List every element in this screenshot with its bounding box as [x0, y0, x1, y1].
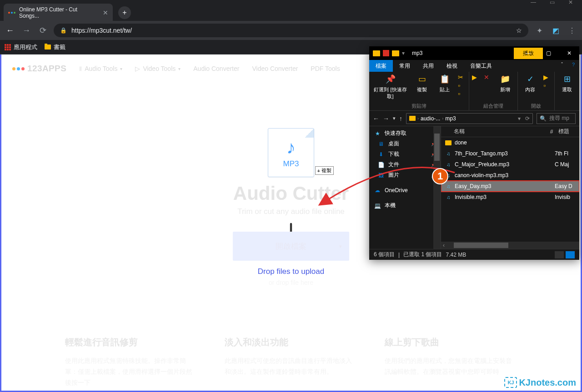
- minimize-button[interactable]: —: [518, 46, 538, 60]
- file-title: 7th Fl: [555, 150, 576, 157]
- file-name: C_Major_Prelude.mp3: [455, 161, 552, 168]
- file-row[interactable]: done: [441, 137, 579, 148]
- watermark: KJ KJnotes.com: [504, 377, 576, 388]
- explorer-ribbon-tabs: 檔案 常用 共用 檢視 音樂工具 ˆ ?: [369, 60, 579, 72]
- mp3-file-icon: ♪ MP3 複製: [268, 128, 314, 177]
- close-button[interactable]: ✕: [559, 46, 579, 60]
- open-button[interactable]: ▶▫: [543, 74, 552, 89]
- nav-video-tools[interactable]: ▷Video Tools▾: [135, 65, 181, 72]
- audio-file-icon: ♫: [445, 183, 452, 190]
- new-folder-button[interactable]: 📁新增: [496, 74, 515, 93]
- extensions-icon[interactable]: ✦: [534, 25, 545, 36]
- folder-icon: [373, 50, 380, 56]
- new-tab-button[interactable]: +: [118, 6, 131, 19]
- history-button[interactable]: ▾: [393, 115, 396, 121]
- file-row[interactable]: ♫7th_Floor_Tango.mp37th Fl: [441, 148, 579, 159]
- star-icon[interactable]: ☆: [516, 27, 522, 34]
- back-button[interactable]: ←: [5, 26, 15, 35]
- browser-tab-active[interactable]: Online MP3 Cutter - Cut Songs... ✕: [4, 4, 113, 22]
- computer-icon: 💻: [374, 203, 381, 209]
- sidebar-quick-access[interactable]: ★快速存取: [369, 128, 441, 139]
- nav-audio-tools[interactable]: ⫴Audio Tools▾: [79, 65, 122, 73]
- horizontal-scrollbar[interactable]: ‹: [441, 242, 579, 249]
- move-button[interactable]: ▶: [472, 74, 480, 81]
- extension-badge-icon[interactable]: ◩: [550, 25, 561, 36]
- pin-to-quick-access-button[interactable]: 📌釘選到 [快速存取]: [372, 74, 409, 100]
- explorer-title: mp3: [412, 50, 422, 56]
- file-name: done: [455, 139, 552, 146]
- tab-file[interactable]: 檔案: [369, 60, 393, 72]
- back-button[interactable]: ←: [373, 115, 379, 122]
- sidebar-pictures[interactable]: 🖼圖片📌: [369, 170, 441, 180]
- file-row[interactable]: ♫C_Major_Prelude.mp3C Maj: [441, 159, 579, 170]
- ribbon-collapse-icon[interactable]: ˆ: [557, 60, 567, 72]
- sidebar-scrollbar[interactable]: [433, 126, 441, 249]
- select-icon: ⊞: [562, 74, 572, 84]
- copy-button[interactable]: ▭複製: [412, 74, 431, 93]
- nav-pdf-tools[interactable]: PDF Tools: [311, 65, 340, 72]
- feature-card: 淡入和淡出功能 此應用程式可使您的音訊曲目進行平滑地淡入和淡出。這在製作運鈴聲時…: [225, 336, 357, 391]
- forward-button[interactable]: →: [383, 115, 389, 122]
- tab-music-tools[interactable]: 音樂工具: [464, 60, 498, 72]
- nav-video-converter[interactable]: Video Converter: [252, 65, 298, 72]
- explorer-status-bar: 6 個項目 | 已選取 1 個項目 7.42 MB: [369, 249, 579, 260]
- explorer-titlebar[interactable]: ▾ mp3 播放 — ▢ ✕: [369, 46, 579, 60]
- maximize-button[interactable]: ▢: [538, 46, 559, 60]
- document-icon: 📄: [377, 162, 385, 168]
- folder-icon: [409, 116, 416, 121]
- sidebar-this-pc[interactable]: 💻本機: [369, 200, 441, 211]
- up-button[interactable]: ↑: [399, 115, 402, 122]
- menu-icon[interactable]: ⋮: [567, 25, 577, 36]
- clipboard-more[interactable]: ✂▫▫: [458, 74, 466, 97]
- details-view-icon[interactable]: [555, 251, 564, 258]
- apps-shortcut[interactable]: 應用程式: [5, 43, 37, 51]
- file-row[interactable]: ♫Easy_Day.mp3Easy D: [441, 181, 579, 192]
- file-list-header[interactable]: 名稱 # 標題: [441, 126, 579, 137]
- file-explorer-window: ▾ mp3 播放 — ▢ ✕ 檔案 常用 共用 檢視 音樂工具 ˆ ? 📌釘選到…: [369, 46, 579, 260]
- lock-icon: 🔒: [60, 27, 67, 34]
- checkbox-icon[interactable]: [383, 50, 389, 56]
- tab-home[interactable]: 常用: [393, 60, 416, 72]
- file-name: Invisible.mp3: [455, 194, 552, 200]
- delete-button[interactable]: ✕: [484, 74, 492, 81]
- tab-close-icon[interactable]: ✕: [103, 9, 108, 16]
- folder-icon: [45, 45, 51, 50]
- sidebar-onedrive[interactable]: ☁OneDrive: [369, 186, 441, 195]
- watermark-icon: KJ: [504, 377, 517, 388]
- properties-button[interactable]: ✓內容: [521, 74, 540, 93]
- help-icon[interactable]: ?: [567, 60, 579, 72]
- address-bar[interactable]: 🔒 https://mp3cut.net/tw/ ☆: [54, 24, 528, 37]
- audio-file-icon: ♫: [445, 194, 452, 201]
- apps-grid-icon: [5, 44, 11, 50]
- folder-icon: [392, 50, 399, 56]
- file-name: 7th_Floor_Tango.mp3: [455, 150, 552, 157]
- tab-view[interactable]: 檢視: [440, 60, 464, 72]
- chevron-down-icon[interactable]: ▾: [339, 243, 342, 249]
- file-row[interactable]: ♫Invisible.mp3Invisib: [441, 192, 579, 203]
- forward-button[interactable]: →: [21, 26, 32, 35]
- thumbnails-view-icon[interactable]: [566, 251, 575, 258]
- chevron-down-icon: ▾: [120, 66, 122, 71]
- bookmarks-folder[interactable]: 書籤: [45, 43, 65, 51]
- site-logo[interactable]: 123APPS: [12, 64, 66, 74]
- refresh-icon[interactable]: ⟳: [525, 115, 530, 122]
- chevron-down-icon: ▾: [178, 66, 181, 71]
- sidebar-downloads[interactable]: ⬇下載📌: [369, 149, 441, 159]
- copy-drag-tag: 複製: [315, 166, 334, 175]
- sidebar-desktop[interactable]: 🖥桌面📌: [369, 139, 441, 149]
- explorer-ribbon: 📌釘選到 [快速存取] ▭複製 📋貼上 ✂▫▫ 剪貼簿 ▶ ✕ 📁新增 組合管理…: [369, 72, 579, 111]
- file-row[interactable]: ♫canon-violin-mp3.mp3: [441, 170, 579, 181]
- search-input[interactable]: 🔍 搜尋 mp: [537, 113, 576, 124]
- sidebar-documents[interactable]: 📄文件📌: [369, 159, 441, 170]
- nav-audio-converter[interactable]: Audio Converter: [193, 65, 239, 72]
- breadcrumb[interactable]: › audio-... › mp3 ▾ ⟳: [406, 113, 533, 124]
- select-button[interactable]: ⊞選取: [557, 74, 577, 93]
- audio-file-icon: ♫: [445, 150, 452, 157]
- paste-button[interactable]: 📋貼上: [435, 74, 454, 93]
- open-file-button[interactable]: 開啟檔案 ▾: [233, 232, 349, 261]
- desktop-icon: 🖥: [377, 141, 385, 147]
- tab-title: Online MP3 Cutter - Cut Songs...: [19, 6, 95, 19]
- reload-button[interactable]: ⟳: [37, 25, 48, 35]
- logo-dots-icon: [12, 67, 25, 70]
- tab-share[interactable]: 共用: [416, 60, 440, 72]
